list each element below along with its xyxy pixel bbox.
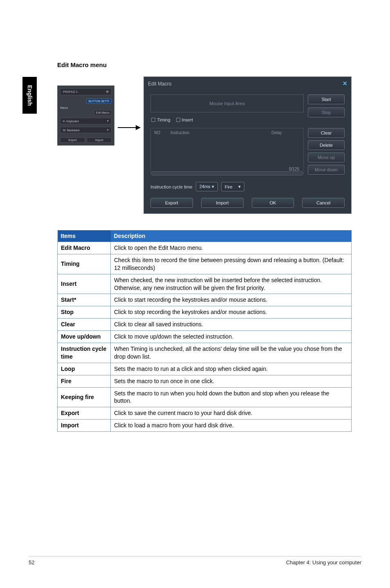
arrow bbox=[118, 76, 140, 171]
edit-macro-window: Edit Macro × Mouse Input Area Timing bbox=[143, 76, 352, 214]
close-icon[interactable]: × bbox=[343, 79, 347, 88]
row-desc: Click to save the current macro to your … bbox=[111, 407, 352, 420]
row-key: Start* bbox=[58, 294, 111, 306]
mini-export-button[interactable]: Export bbox=[60, 137, 85, 143]
col-delay: Delay bbox=[271, 130, 300, 135]
row-desc: Click to start recording the keystrokes … bbox=[111, 294, 352, 306]
row-key: Clear bbox=[58, 319, 111, 331]
row-key: Fire bbox=[58, 375, 111, 387]
chevron-down-icon: ▾ bbox=[107, 119, 109, 123]
import-button[interactable]: Import bbox=[201, 198, 244, 208]
row-key: Insert bbox=[58, 274, 111, 294]
table-row: ExportClick to save the current macro to… bbox=[58, 407, 352, 420]
mini-edit-macro-button[interactable]: Edit Macro bbox=[94, 110, 112, 115]
cancel-button[interactable]: Cancel bbox=[302, 198, 345, 208]
row-desc: Sets the macro to run when you hold down… bbox=[111, 387, 352, 407]
start-button[interactable]: Start bbox=[308, 94, 345, 104]
row-key: Timing bbox=[58, 254, 111, 274]
table-row: LoopSets the macro to run at a click and… bbox=[58, 363, 352, 375]
table-row: Move up/downClick to move up/down the se… bbox=[58, 331, 352, 343]
footer-divider bbox=[29, 556, 361, 556]
export-button[interactable]: Export bbox=[150, 198, 193, 208]
scrollbar[interactable] bbox=[151, 171, 303, 175]
chevron-down-icon: ▾ bbox=[238, 184, 241, 189]
timing-checkbox[interactable]: Timing bbox=[151, 117, 170, 122]
section-title: Edit Macro menu bbox=[57, 61, 352, 68]
row-desc: Sets the macro to run at a click and sto… bbox=[111, 363, 352, 375]
mini-backward-row: M: Backward ▾ bbox=[60, 127, 112, 133]
row-desc: When Timing is unchecked, all the action… bbox=[111, 343, 352, 363]
checkbox-icon bbox=[151, 118, 155, 122]
row-desc: Click to move up/down the selected instr… bbox=[111, 331, 352, 343]
table-row: TimingCheck this item to record the time… bbox=[58, 254, 352, 274]
row-key: Move up/down bbox=[58, 331, 111, 343]
table-row: StopClick to stop recording the keystrok… bbox=[58, 306, 352, 319]
chevron-down-icon: ▾ bbox=[107, 128, 109, 132]
row-desc: Click to clear all saved instructions. bbox=[111, 319, 352, 331]
table-row: InsertWhen checked, the new instruction … bbox=[58, 274, 352, 294]
row-key: Edit Macro bbox=[58, 242, 111, 254]
cycle-time-label: Instruction cycle time bbox=[150, 184, 193, 189]
mini-profile-row: PROFILE 1 ⚙ bbox=[60, 88, 112, 95]
insert-checkbox[interactable]: Insert bbox=[176, 117, 193, 122]
row-desc: Click to load a macro from your hard dis… bbox=[111, 420, 352, 432]
move-down-button[interactable]: Move down bbox=[308, 165, 345, 175]
language-tab: English bbox=[22, 77, 37, 114]
mouse-input-area[interactable]: Mouse Input Area bbox=[150, 94, 304, 112]
mini-import-button[interactable]: Import bbox=[87, 137, 112, 143]
row-key: Loop bbox=[58, 363, 111, 375]
delete-button[interactable]: Delete bbox=[308, 140, 345, 150]
table-row: Start*Click to start recording the keyst… bbox=[58, 294, 352, 306]
mode-select-value: Fire bbox=[225, 184, 233, 189]
row-key: Export bbox=[58, 407, 111, 420]
col-instruction: Instruction bbox=[170, 130, 271, 135]
row-desc: When checked, the new instruction will b… bbox=[111, 274, 352, 294]
row-desc: Sets the macro to run once in one click. bbox=[111, 375, 352, 387]
edit-macro-title: Edit Macro bbox=[148, 81, 171, 87]
checkbox-icon bbox=[176, 118, 180, 122]
chapter-title: Chapter 4: Using your computer bbox=[286, 559, 361, 566]
table-row: FireSets the macro to run once in one cl… bbox=[58, 375, 352, 387]
row-desc: Click to open the Edit Macro menu. bbox=[111, 242, 352, 254]
insert-label: Insert bbox=[182, 117, 193, 122]
table-row: ImportClick to load a macro from your ha… bbox=[58, 420, 352, 432]
row-desc: Click to stop recording the keystrokes a… bbox=[111, 306, 352, 319]
row-desc: Check this item to record the time betwe… bbox=[111, 254, 352, 274]
timing-label: Timing bbox=[157, 117, 170, 122]
ok-button[interactable]: OK bbox=[252, 198, 294, 208]
instruction-list[interactable]: NO Instruction Delay 0/125 bbox=[150, 128, 304, 173]
mode-select[interactable]: Fire ▾ bbox=[221, 182, 244, 191]
footer: 52 Chapter 4: Using your computer bbox=[29, 557, 361, 566]
mini-button-setting-tab: BUTTON SETTI bbox=[86, 99, 112, 104]
table-header-desc: Description bbox=[111, 230, 352, 242]
table-row: Keeping fireSets the macro to run when y… bbox=[58, 387, 352, 407]
table-row: Instruction cycle timeWhen Timing is unc… bbox=[58, 343, 352, 363]
cycle-time-select[interactable]: 24ms ▾ bbox=[196, 182, 218, 191]
row-key: Stop bbox=[58, 306, 111, 319]
mini-profile-label: PROFILE 1 bbox=[63, 90, 78, 93]
mini-keyboard-row: K: Keyboard ▾ bbox=[60, 118, 112, 124]
row-key: Instruction cycle time bbox=[58, 343, 111, 363]
instruction-count: 0/125 bbox=[289, 167, 299, 171]
mini-panel: PROFILE 1 ⚙ BUTTON SETTI Macro Edit Macr… bbox=[57, 85, 114, 146]
gear-icon: ⚙ bbox=[106, 90, 109, 94]
move-up-button[interactable]: Move up bbox=[308, 153, 345, 162]
mini-backward-label: M: Backward bbox=[63, 129, 79, 132]
col-no: NO bbox=[154, 130, 170, 135]
stop-button[interactable]: Stop bbox=[308, 108, 345, 117]
clear-button[interactable]: Clear bbox=[308, 128, 345, 138]
language-tab-label: English bbox=[27, 85, 33, 106]
mini-macro-label: Macro bbox=[60, 106, 112, 109]
figure-row: PROFILE 1 ⚙ BUTTON SETTI Macro Edit Macr… bbox=[57, 76, 352, 214]
page-number: 52 bbox=[29, 559, 34, 566]
row-key: Import bbox=[58, 420, 111, 432]
mini-keyboard-label: K: Keyboard bbox=[63, 120, 79, 123]
table-header-items: Items bbox=[58, 230, 111, 242]
row-key: Keeping fire bbox=[58, 387, 111, 407]
table-row: ClearClick to clear all saved instructio… bbox=[58, 319, 352, 331]
description-table: Items Description Edit MacroClick to ope… bbox=[57, 230, 352, 432]
table-row: Edit MacroClick to open the Edit Macro m… bbox=[58, 242, 352, 254]
